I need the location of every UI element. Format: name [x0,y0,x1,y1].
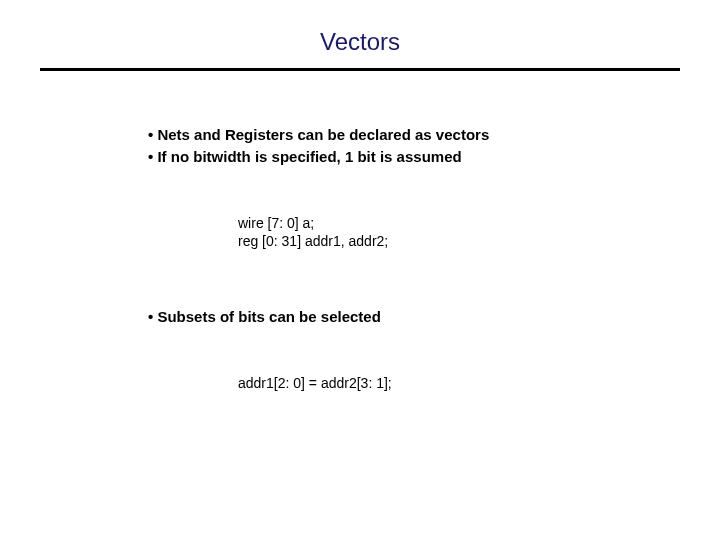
slide-content: • Nets and Registers can be declared as … [148,125,720,392]
slide-container: Vectors • Nets and Registers can be decl… [0,0,720,540]
bullet-item-1: • Nets and Registers can be declared as … [148,125,720,145]
code-line: reg [0: 31] addr1, addr2; [238,232,720,251]
title-divider [40,68,680,71]
bullet-item-2: • If no bitwidth is specified, 1 bit is … [148,147,720,167]
bullet-item-3: • Subsets of bits can be selected [148,307,720,327]
code-block-1: wire [7: 0] a; reg [0: 31] addr1, addr2; [238,214,720,252]
code-line: addr1[2: 0] = addr2[3: 1]; [238,374,720,393]
code-line: wire [7: 0] a; [238,214,720,233]
slide-title: Vectors [0,28,720,56]
code-block-2: addr1[2: 0] = addr2[3: 1]; [238,374,720,393]
